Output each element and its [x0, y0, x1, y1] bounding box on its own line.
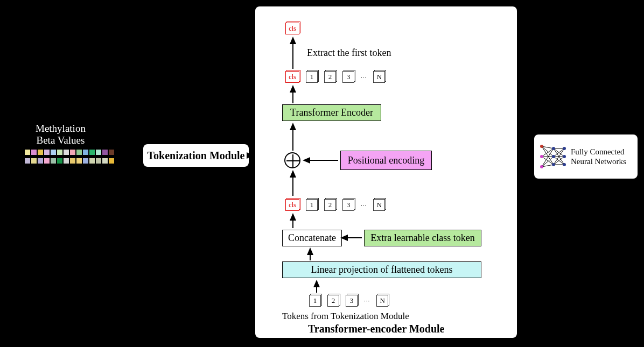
- linear-projection-block: Linear projection of flattened tokens: [282, 261, 481, 278]
- token-1: 1: [306, 199, 318, 211]
- token-1: 1: [306, 71, 318, 83]
- token-dots: ···: [361, 199, 367, 211]
- svg-point-23: [552, 163, 555, 166]
- svg-point-24: [563, 147, 566, 150]
- output-token-row: cls 1 2 3 ··· N: [285, 71, 385, 83]
- classifier-title: Classifier Module: [543, 181, 624, 193]
- add-operator-icon: [284, 152, 300, 168]
- token-3: 3: [342, 199, 354, 211]
- token-dots: ···: [364, 295, 370, 307]
- extract-label: Extract the first token: [307, 47, 391, 59]
- encoder-title: Transformer-encoder Module: [308, 323, 444, 335]
- cls-token: cls: [285, 199, 299, 211]
- transformer-encoder-block: Transformer Encoder: [282, 104, 381, 121]
- input-label: Methylation Beta Values: [36, 123, 86, 146]
- token-3: 3: [346, 295, 358, 307]
- extracted-cls-row: cls: [285, 23, 299, 34]
- extra-class-token-block: Extra learnable class token: [364, 230, 481, 246]
- token-3: 3: [342, 71, 354, 83]
- svg-point-25: [563, 155, 566, 158]
- svg-point-22: [552, 155, 555, 158]
- svg-point-26: [563, 163, 566, 166]
- concatenate-block: Concatenate: [282, 230, 342, 246]
- beta-values-strip-2: [25, 158, 114, 164]
- svg-point-21: [552, 147, 555, 150]
- token-2: 2: [327, 295, 339, 307]
- token-N: N: [376, 295, 388, 307]
- cls-token: cls: [285, 23, 299, 34]
- tokenization-module: Tokenization Module: [142, 143, 250, 168]
- neural-network-icon: [537, 141, 569, 172]
- token-2: 2: [324, 71, 336, 83]
- token-2: 2: [324, 199, 336, 211]
- nn-line1: Fully Connected: [571, 147, 626, 157]
- token-N: N: [373, 199, 385, 211]
- token-N: N: [373, 71, 385, 83]
- svg-point-20: [540, 165, 543, 168]
- cls-token: cls: [285, 71, 299, 83]
- classifier-text: Fully Connected Neural Networks: [571, 147, 626, 166]
- positional-encoding-block: Positional encoding: [340, 151, 432, 170]
- concat-token-row: cls 1 2 3 ··· N: [285, 199, 385, 211]
- token-1: 1: [309, 295, 321, 307]
- nn-line2: Neural Networks: [571, 157, 626, 166]
- svg-point-19: [540, 155, 543, 158]
- tokenization-title: Tokenization Module: [148, 150, 245, 162]
- classifier-module: Fully Connected Neural Networks: [533, 133, 639, 180]
- beta-values-strip-1: [25, 150, 114, 155]
- tokens-caption: Tokens from Tokenization Module: [282, 311, 409, 322]
- token-dots: ···: [361, 71, 367, 83]
- input-token-row: 1 2 3 ··· N: [309, 295, 388, 307]
- svg-point-18: [540, 145, 543, 148]
